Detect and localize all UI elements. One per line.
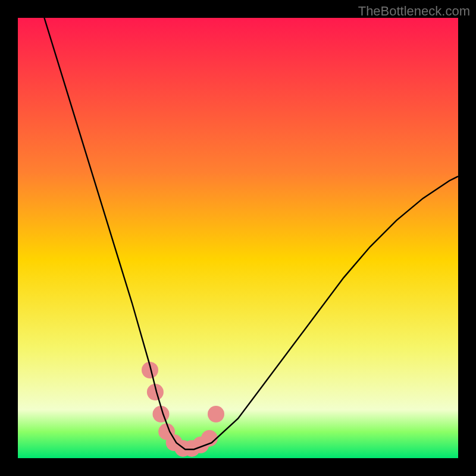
- watermark-label: TheBottleneck.com: [358, 4, 470, 19]
- chart-frame: [0, 0, 476, 476]
